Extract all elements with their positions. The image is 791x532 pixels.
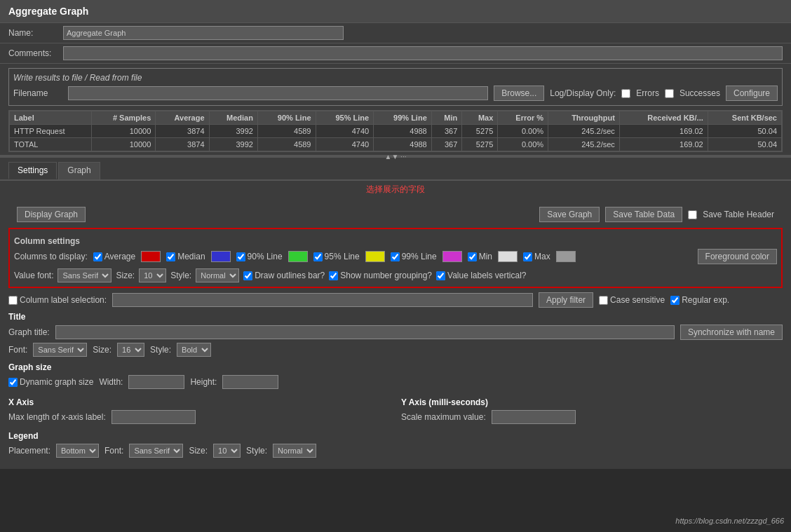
graph-size-row: Dynamic graph size Width: Height:	[8, 375, 783, 389]
min-checkbox-label: Min	[468, 252, 492, 261]
save-table-data-button[interactable]: Save Table Data	[605, 207, 682, 222]
comments-input[interactable]	[63, 46, 783, 60]
errors-label: Errors	[636, 88, 659, 98]
col-throughput: Throughput	[548, 111, 620, 125]
median-color-swatch[interactable]	[211, 251, 231, 262]
line95-checkbox-label: 95% Line	[313, 252, 360, 261]
style-label: Style:	[170, 271, 191, 280]
dynamic-graph-size-label: Dynamic graph size	[8, 377, 93, 387]
foreground-color-button[interactable]: Foreground color	[698, 249, 777, 264]
log-display-row: Log/Display Only: Errors Successes Confi…	[550, 86, 778, 101]
table-row: TOTAL 10000 3874 3992 4589 4740 4988 367…	[10, 138, 782, 151]
line95-checkbox[interactable]	[313, 252, 323, 261]
draw-outlines-checkbox[interactable]	[243, 271, 252, 280]
font-style-select[interactable]: Normal	[196, 268, 239, 282]
show-number-grouping-label: Show number grouping?	[329, 271, 432, 280]
tab-graph[interactable]: Graph	[58, 162, 100, 179]
legend-size-label: Size:	[189, 446, 208, 456]
save-graph-button[interactable]: Save Graph	[539, 207, 600, 222]
average-color-swatch[interactable]	[141, 251, 161, 262]
show-number-grouping-checkbox[interactable]	[329, 271, 338, 280]
successes-checkbox[interactable]	[665, 89, 674, 98]
axes-section: X Axis Max length of x-axis label: Y Axi…	[8, 395, 783, 428]
file-section-title: Write results to file / Read from file	[13, 73, 778, 83]
median-checkbox[interactable]	[166, 252, 175, 261]
apply-filter-button[interactable]: Apply filter	[539, 292, 593, 308]
height-label: Height:	[190, 377, 217, 387]
title-font-row: Font: Sans Serif Size: 16 Style: Bold	[8, 343, 783, 357]
max-color-swatch[interactable]	[556, 251, 576, 262]
synchronize-button[interactable]: Synchronize with name	[680, 325, 783, 340]
data-table-container: Label # Samples Average Median 90% Line …	[8, 110, 783, 152]
max-checkbox-label: Max	[523, 252, 550, 261]
draw-outlines-label: Draw outlines bar?	[243, 271, 325, 280]
legend-style-select[interactable]: Normal	[273, 444, 316, 458]
filter-input[interactable]	[112, 293, 533, 307]
display-graph-button[interactable]: Display Graph	[17, 207, 86, 222]
value-labels-vertical-checkbox[interactable]	[436, 271, 445, 280]
panel-header: Aggregate Graph	[0, 0, 791, 23]
x-axis-section: X Axis Max length of x-axis label:	[8, 395, 390, 428]
title-style-select[interactable]: Bold	[177, 343, 211, 357]
comments-row: Comments:	[0, 43, 791, 64]
col-label: Label	[10, 111, 92, 125]
y-axis-row: Scale maximum value:	[401, 410, 783, 424]
name-input[interactable]	[63, 26, 344, 40]
y-axis-section: Y Axis (milli-seconds) Scale maximum val…	[401, 395, 783, 428]
line90-color-swatch[interactable]	[288, 251, 308, 262]
regular-exp-checkbox[interactable]	[670, 296, 680, 305]
title-font-select[interactable]: Sans Serif	[33, 343, 87, 357]
placement-label: Placement:	[8, 446, 50, 456]
table-row: HTTP Request 10000 3874 3992 4589 4740 4…	[10, 125, 782, 138]
average-checkbox[interactable]	[93, 252, 102, 261]
legend-style-label: Style:	[246, 446, 267, 456]
legend-title: Legend	[8, 431, 783, 441]
line99-checkbox[interactable]	[391, 252, 400, 261]
graph-size-title: Graph size	[8, 362, 783, 372]
min-checkbox[interactable]	[468, 252, 477, 261]
title-size-select[interactable]: 16	[117, 343, 144, 357]
x-axis-max-length-input[interactable]	[111, 410, 196, 424]
save-table-header-checkbox[interactable]	[688, 210, 697, 219]
legend-font-label: Font:	[104, 446, 123, 456]
width-label: Width:	[99, 377, 123, 387]
font-select[interactable]: Sans Serif	[58, 268, 111, 282]
dynamic-graph-size-checkbox[interactable]	[8, 378, 18, 387]
min-color-swatch[interactable]	[498, 251, 518, 262]
errors-checkbox[interactable]	[621, 89, 630, 98]
line95-color-swatch[interactable]	[365, 251, 385, 262]
divider-bar: ▲▼ ···	[0, 155, 791, 158]
y-axis-scale-max-input[interactable]	[492, 410, 576, 424]
width-input[interactable]	[128, 375, 184, 389]
panel-title: Aggregate Graph	[8, 6, 88, 17]
value-font-label: Value font:	[14, 271, 53, 280]
name-label: Name:	[8, 28, 58, 38]
title-section-title: Title	[8, 312, 783, 322]
table-header-row: Label # Samples Average Median 90% Line …	[10, 111, 782, 125]
toolbar-row: Display Graph Save Graph Save Table Data…	[8, 204, 783, 225]
divider-arrow: ▲▼ ···	[385, 153, 407, 161]
placement-select[interactable]: Bottom	[56, 444, 99, 458]
file-row: Filename Browse... Log/Display Only: Err…	[13, 86, 778, 101]
legend-font-select[interactable]: Sans Serif	[129, 444, 183, 458]
case-sensitive-checkbox[interactable]	[599, 296, 608, 305]
graph-size-section: Graph size Dynamic graph size Width: Hei…	[8, 362, 783, 389]
font-size-select[interactable]: 10	[139, 268, 166, 282]
graph-title-input[interactable]	[55, 325, 675, 339]
column-label-checkbox[interactable]	[8, 296, 18, 305]
configure-button[interactable]: Configure	[726, 86, 778, 101]
title-font-label: Font:	[8, 345, 27, 355]
height-input[interactable]	[222, 375, 278, 389]
size-label: Size:	[116, 271, 135, 280]
legend-size-select[interactable]: 10	[213, 444, 241, 458]
line90-checkbox-label: 90% Line	[236, 252, 283, 261]
tab-settings[interactable]: Settings	[8, 162, 57, 179]
line90-checkbox[interactable]	[236, 252, 245, 261]
col-median: Median	[209, 111, 257, 125]
line99-color-swatch[interactable]	[442, 251, 462, 262]
filename-input[interactable]	[68, 86, 488, 100]
column-settings-title: Column settings	[14, 236, 777, 246]
column-label-selection-label: Column label selection:	[8, 295, 107, 305]
max-checkbox[interactable]	[523, 252, 532, 261]
browse-button[interactable]: Browse...	[494, 86, 544, 101]
